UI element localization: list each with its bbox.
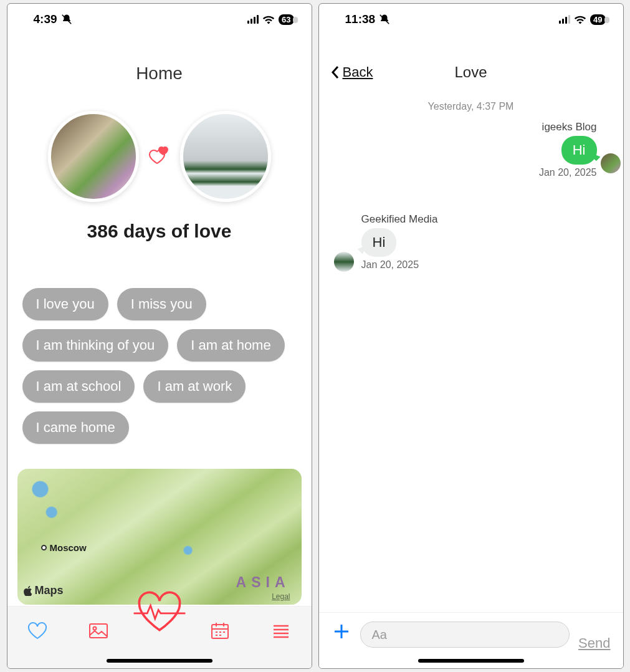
message-date: Jan 20, 2025 xyxy=(539,167,597,178)
chip-i-love-you[interactable]: I love you xyxy=(22,288,108,320)
chip-came-home[interactable]: I came home xyxy=(22,411,129,444)
chat-body[interactable]: Yesterday, 4:37 PM igeeks Blog Hi Jan 20… xyxy=(319,85,623,668)
chevron-left-icon xyxy=(330,65,340,80)
silent-icon xyxy=(379,14,390,25)
battery-level: 49 xyxy=(590,14,605,25)
map-legal-link[interactable]: Legal xyxy=(272,592,290,601)
sender-name: igeeks Blog xyxy=(542,121,597,133)
send-button[interactable]: Send xyxy=(578,635,610,651)
status-bar: 11:38 49 xyxy=(319,4,623,35)
incoming-message: Geekified Media Hi Jan 20, 2025 xyxy=(361,213,608,271)
silent-icon xyxy=(61,14,72,25)
map-city-marker xyxy=(41,545,47,550)
heartbeat-icon xyxy=(131,590,188,634)
chip-at-home[interactable]: I am at home xyxy=(177,329,284,362)
apple-logo-icon xyxy=(24,586,34,596)
wifi-icon xyxy=(574,14,586,24)
message-date: Jan 20, 2025 xyxy=(361,259,419,271)
battery-level: 63 xyxy=(279,14,294,25)
avatar-partner[interactable] xyxy=(180,111,271,202)
avatar-mini-partner[interactable] xyxy=(333,251,355,273)
sender-name: Geekified Media xyxy=(361,213,438,226)
quick-message-chips: I love you I miss you I am thinking of y… xyxy=(7,288,312,444)
location-map[interactable]: Moscow Maps ASIA Legal xyxy=(17,469,302,605)
message-input[interactable]: Aa xyxy=(360,622,570,648)
cellular-icon xyxy=(559,15,570,24)
back-label: Back xyxy=(343,64,373,80)
home-indicator xyxy=(418,659,524,663)
message-bubble[interactable]: Hi xyxy=(361,228,397,257)
add-button[interactable] xyxy=(332,622,351,641)
tab-heartbeat[interactable] xyxy=(131,590,188,636)
status-time: 4:39 xyxy=(34,12,57,26)
chat-title: Love xyxy=(454,64,487,81)
couple-avatars xyxy=(7,111,312,202)
wifi-icon xyxy=(262,14,275,24)
tab-calendar-icon[interactable] xyxy=(209,622,231,640)
outgoing-message: igeeks Blog Hi Jan 20, 2025 xyxy=(334,121,608,178)
home-screen: 4:39 63 Home 386 days of love I love you… xyxy=(7,3,312,669)
chat-screen: 11:38 49 Back Love Yesterday, 4:37 PM ig… xyxy=(318,3,624,669)
message-bubble[interactable]: Hi xyxy=(561,136,597,165)
double-heart-icon xyxy=(145,145,174,168)
chip-thinking-of-you[interactable]: I am thinking of you xyxy=(22,329,169,362)
svg-point-1 xyxy=(93,627,96,630)
home-indicator xyxy=(107,659,212,663)
back-button[interactable]: Back xyxy=(330,64,373,80)
status-time: 11:38 xyxy=(345,12,376,26)
tab-gallery-icon[interactable] xyxy=(88,622,109,640)
svg-rect-0 xyxy=(90,624,107,638)
tab-heart-icon[interactable] xyxy=(27,622,48,640)
chip-i-miss-you[interactable]: I miss you xyxy=(117,288,206,320)
tab-menu-icon[interactable] xyxy=(270,622,292,640)
chip-at-work[interactable]: I am at work xyxy=(143,370,246,403)
input-placeholder: Aa xyxy=(372,628,387,642)
tab-bar xyxy=(7,606,312,668)
days-of-love: 386 days of love xyxy=(7,221,312,242)
chat-timestamp: Yesterday, 4:37 PM xyxy=(334,101,608,112)
maps-provider-text: Maps xyxy=(35,584,64,597)
avatar-mini-self[interactable] xyxy=(599,152,622,175)
chip-at-school[interactable]: I am at school xyxy=(22,370,135,403)
page-title: Home xyxy=(7,64,312,84)
cellular-icon xyxy=(247,15,259,24)
nav-bar: Back Love xyxy=(319,60,623,85)
status-bar: 4:39 63 xyxy=(7,4,312,35)
map-city-label: Moscow xyxy=(50,542,87,553)
maps-provider: Maps xyxy=(24,584,64,597)
avatar-self[interactable] xyxy=(48,111,139,202)
map-continent-label: ASIA xyxy=(236,574,290,591)
compose-bar: Aa Send xyxy=(319,612,623,668)
